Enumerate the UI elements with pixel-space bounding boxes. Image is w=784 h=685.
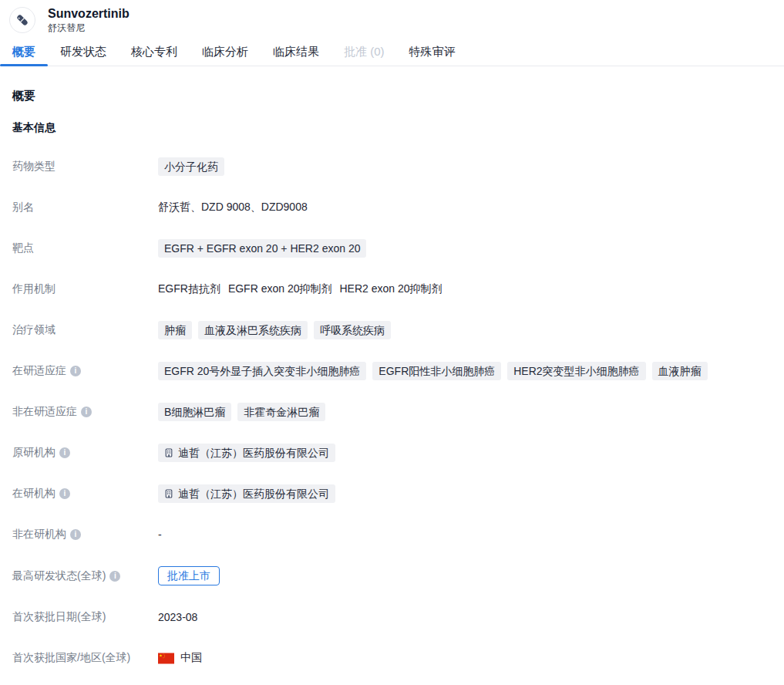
tab-special-review[interactable]: 特殊审评	[397, 39, 468, 66]
field-active-indications: 在研适应症 i EGFR 20号外显子插入突变非小细胞肺癌EGFR阳性非小细胞肺…	[12, 362, 772, 380]
field-first-approval-region: 首次获批国家/地区(全球) 中国	[12, 649, 772, 667]
company-name: 迪哲（江苏）医药股份有限公司	[178, 446, 329, 460]
section-title: 概要	[12, 89, 772, 103]
status-approved-button[interactable]: 批准上市	[158, 566, 220, 585]
info-icon[interactable]: i	[59, 488, 70, 499]
therapy-area-tags: 肿瘤血液及淋巴系统疾病呼吸系统疾病	[158, 321, 391, 339]
info-icon[interactable]: i	[70, 366, 81, 376]
subsection-title: 基本信息	[12, 121, 772, 135]
alias-value: 舒沃哲、DZD 9008、DZD9008	[158, 201, 308, 214]
field-label: 原研机构	[12, 446, 56, 460]
tab-clinical-results[interactable]: 临床结果	[261, 39, 331, 66]
drug-titles: Sunvozertinib 舒沃替尼	[48, 6, 130, 34]
therapy-area-tag[interactable]: 呼吸系统疾病	[314, 321, 391, 339]
drug-avatar	[9, 7, 35, 33]
field-highest-status: 最高研发状态(全球) i 批准上市	[12, 566, 772, 585]
field-inactive-indications: 非在研适应症 i B细胞淋巴瘤非霍奇金淋巴瘤	[12, 403, 772, 421]
drug-name-cn: 舒沃替尼	[48, 22, 130, 34]
tab-clinical-analysis[interactable]: 临床分析	[190, 39, 261, 66]
field-label: 药物类型	[12, 160, 56, 174]
field-originator: 原研机构 i 迪哲（江苏）医药股份有限公司	[12, 444, 772, 462]
company-tag[interactable]: 迪哲（江苏）医药股份有限公司	[158, 484, 335, 503]
field-label: 首次获批日期(全球)	[12, 610, 106, 624]
field-label: 首次获批国家/地区(全球)	[12, 651, 130, 665]
building-icon	[164, 489, 173, 498]
company-tag[interactable]: 迪哲（江苏）医药股份有限公司	[158, 444, 335, 462]
tab-bar: 概要 研发状态 核心专利 临床分析 临床结果 批准 (0) 特殊审评	[0, 39, 784, 66]
therapy-area-tag[interactable]: 肿瘤	[158, 321, 192, 339]
field-target: 靶点 EGFR + EGFR exon 20 + HER2 exon 20	[12, 239, 772, 258]
field-label: 靶点	[12, 241, 34, 255]
field-first-approval-date: 首次获批日期(全球) 2023-08	[12, 608, 772, 626]
drug-type-tags: 小分子化药	[158, 157, 224, 176]
china-flag-icon	[158, 653, 174, 664]
indication-tag[interactable]: EGFR 20号外显子插入突变非小细胞肺癌	[158, 362, 366, 380]
indication-tag[interactable]: EGFR阳性非小细胞肺癌	[372, 362, 501, 380]
info-icon[interactable]: i	[59, 447, 70, 458]
drug-type-tag[interactable]: 小分子化药	[158, 157, 224, 176]
field-label: 最高研发状态(全球)	[12, 569, 106, 583]
field-label: 在研适应症	[12, 364, 66, 378]
drug-detail-page: Sunvozertinib 舒沃替尼 概要 研发状态 核心专利 临床分析 临床结…	[0, 0, 784, 685]
field-therapy-area: 治疗领域 肿瘤血液及淋巴系统疾病呼吸系统疾病	[12, 321, 772, 339]
target-tag[interactable]: EGFR + EGFR exon 20 + HER2 exon 20	[158, 239, 366, 258]
field-mechanism: 作用机制 EGFR拮抗剂 EGFR exon 20抑制剂 HER2 exon 2…	[12, 280, 772, 299]
field-label: 治疗领域	[12, 323, 56, 337]
mechanism-item: HER2 exon 20抑制剂	[340, 282, 442, 296]
field-label: 非在研适应症	[12, 405, 77, 419]
indication-tag[interactable]: 血液肿瘤	[652, 362, 708, 380]
field-active-org: 在研机构 i 迪哲（江苏）医药股份有限公司	[12, 484, 772, 503]
field-label: 作用机制	[12, 282, 56, 296]
active-indication-tags: EGFR 20号外显子插入突变非小细胞肺癌EGFR阳性非小细胞肺癌HER2突变型…	[158, 362, 708, 380]
tab-rd-status[interactable]: 研发状态	[48, 39, 119, 66]
tab-approval[interactable]: 批准 (0)	[331, 39, 397, 66]
info-icon[interactable]: i	[109, 571, 120, 582]
tab-core-patents[interactable]: 核心专利	[119, 39, 190, 66]
field-label: 别名	[12, 201, 34, 214]
therapy-area-tag[interactable]: 血液及淋巴系统疾病	[198, 321, 308, 339]
overview-content: 概要 基本信息 药物类型 小分子化药 别名 舒沃哲、DZD 9008、DZD90…	[0, 89, 784, 685]
indication-tag[interactable]: B细胞淋巴瘤	[158, 403, 231, 421]
drug-header: Sunvozertinib 舒沃替尼	[0, 0, 784, 39]
company-name: 迪哲（江苏）医药股份有限公司	[178, 487, 329, 501]
target-tags: EGFR + EGFR exon 20 + HER2 exon 20	[158, 239, 366, 258]
indication-tag[interactable]: 非霍奇金淋巴瘤	[237, 403, 325, 421]
info-icon[interactable]: i	[81, 407, 92, 417]
field-inactive-org: 非在研机构 i -	[12, 525, 772, 544]
approval-date-value: 2023-08	[158, 611, 197, 623]
approval-region-value: 中国	[180, 651, 202, 665]
empty-value: -	[158, 528, 162, 541]
indication-tag[interactable]: HER2突变型非小细胞肺癌	[507, 362, 645, 380]
drug-name: Sunvozertinib	[48, 6, 130, 21]
mechanism-item: EGFR exon 20抑制剂	[228, 282, 332, 296]
field-label: 在研机构	[12, 487, 56, 501]
tab-overview[interactable]: 概要	[0, 39, 48, 66]
field-label: 非在研机构	[12, 528, 66, 542]
mechanism-item: EGFR拮抗剂	[158, 282, 220, 296]
field-drug-type: 药物类型 小分子化药	[12, 157, 772, 176]
capsule-icon	[15, 12, 30, 28]
field-alias: 别名 舒沃哲、DZD 9008、DZD9008	[12, 198, 772, 217]
inactive-indication-tags: B细胞淋巴瘤非霍奇金淋巴瘤	[158, 403, 325, 421]
building-icon	[164, 448, 173, 457]
info-icon[interactable]: i	[70, 529, 81, 540]
